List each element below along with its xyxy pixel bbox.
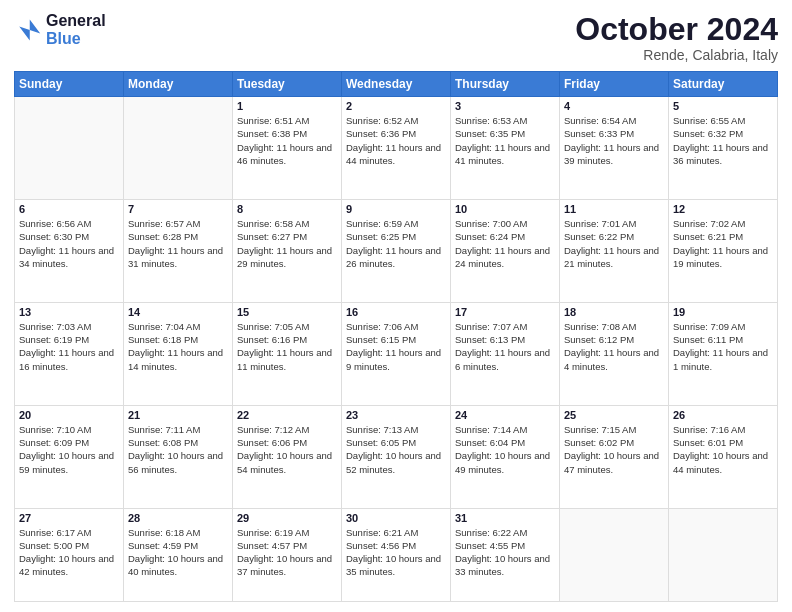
header-row: SundayMondayTuesdayWednesdayThursdayFrid… (15, 72, 778, 97)
day-number: 30 (346, 512, 446, 524)
calendar-cell: 28Sunrise: 6:18 AM Sunset: 4:59 PM Dayli… (124, 508, 233, 602)
day-info: Sunrise: 7:11 AM Sunset: 6:08 PM Dayligh… (128, 423, 228, 476)
calendar-cell: 18Sunrise: 7:08 AM Sunset: 6:12 PM Dayli… (560, 302, 669, 405)
day-number: 21 (128, 409, 228, 421)
calendar-table: SundayMondayTuesdayWednesdayThursdayFrid… (14, 71, 778, 602)
calendar-cell: 2Sunrise: 6:52 AM Sunset: 6:36 PM Daylig… (342, 97, 451, 200)
day-info: Sunrise: 6:56 AM Sunset: 6:30 PM Dayligh… (19, 217, 119, 270)
calendar-cell: 19Sunrise: 7:09 AM Sunset: 6:11 PM Dayli… (669, 302, 778, 405)
calendar-cell: 1Sunrise: 6:51 AM Sunset: 6:38 PM Daylig… (233, 97, 342, 200)
logo-blue: Blue (46, 30, 81, 47)
day-info: Sunrise: 6:57 AM Sunset: 6:28 PM Dayligh… (128, 217, 228, 270)
day-info: Sunrise: 7:09 AM Sunset: 6:11 PM Dayligh… (673, 320, 773, 373)
day-number: 23 (346, 409, 446, 421)
weekday-header-tuesday: Tuesday (233, 72, 342, 97)
day-number: 4 (564, 100, 664, 112)
day-info: Sunrise: 7:10 AM Sunset: 6:09 PM Dayligh… (19, 423, 119, 476)
day-info: Sunrise: 7:12 AM Sunset: 6:06 PM Dayligh… (237, 423, 337, 476)
day-info: Sunrise: 7:00 AM Sunset: 6:24 PM Dayligh… (455, 217, 555, 270)
calendar-cell: 21Sunrise: 7:11 AM Sunset: 6:08 PM Dayli… (124, 405, 233, 508)
day-number: 8 (237, 203, 337, 215)
calendar-cell: 10Sunrise: 7:00 AM Sunset: 6:24 PM Dayli… (451, 200, 560, 303)
calendar-cell: 22Sunrise: 7:12 AM Sunset: 6:06 PM Dayli… (233, 405, 342, 508)
day-number: 16 (346, 306, 446, 318)
calendar-cell (669, 508, 778, 602)
logo-text: General Blue (46, 12, 106, 47)
calendar-cell: 3Sunrise: 6:53 AM Sunset: 6:35 PM Daylig… (451, 97, 560, 200)
calendar-cell: 7Sunrise: 6:57 AM Sunset: 6:28 PM Daylig… (124, 200, 233, 303)
calendar-cell: 6Sunrise: 6:56 AM Sunset: 6:30 PM Daylig… (15, 200, 124, 303)
day-info: Sunrise: 6:54 AM Sunset: 6:33 PM Dayligh… (564, 114, 664, 167)
calendar-cell: 29Sunrise: 6:19 AM Sunset: 4:57 PM Dayli… (233, 508, 342, 602)
calendar-cell: 5Sunrise: 6:55 AM Sunset: 6:32 PM Daylig… (669, 97, 778, 200)
day-info: Sunrise: 7:06 AM Sunset: 6:15 PM Dayligh… (346, 320, 446, 373)
day-info: Sunrise: 7:15 AM Sunset: 6:02 PM Dayligh… (564, 423, 664, 476)
calendar-cell (15, 97, 124, 200)
day-number: 9 (346, 203, 446, 215)
day-info: Sunrise: 7:03 AM Sunset: 6:19 PM Dayligh… (19, 320, 119, 373)
day-info: Sunrise: 6:52 AM Sunset: 6:36 PM Dayligh… (346, 114, 446, 167)
calendar-cell (124, 97, 233, 200)
calendar-cell: 25Sunrise: 7:15 AM Sunset: 6:02 PM Dayli… (560, 405, 669, 508)
calendar-cell: 13Sunrise: 7:03 AM Sunset: 6:19 PM Dayli… (15, 302, 124, 405)
day-info: Sunrise: 7:01 AM Sunset: 6:22 PM Dayligh… (564, 217, 664, 270)
calendar-cell: 8Sunrise: 6:58 AM Sunset: 6:27 PM Daylig… (233, 200, 342, 303)
day-info: Sunrise: 6:22 AM Sunset: 4:55 PM Dayligh… (455, 526, 555, 579)
calendar-cell: 16Sunrise: 7:06 AM Sunset: 6:15 PM Dayli… (342, 302, 451, 405)
day-number: 2 (346, 100, 446, 112)
day-info: Sunrise: 7:07 AM Sunset: 6:13 PM Dayligh… (455, 320, 555, 373)
calendar-cell: 11Sunrise: 7:01 AM Sunset: 6:22 PM Dayli… (560, 200, 669, 303)
day-number: 1 (237, 100, 337, 112)
day-info: Sunrise: 6:51 AM Sunset: 6:38 PM Dayligh… (237, 114, 337, 167)
day-info: Sunrise: 6:53 AM Sunset: 6:35 PM Dayligh… (455, 114, 555, 167)
day-number: 10 (455, 203, 555, 215)
calendar-cell: 31Sunrise: 6:22 AM Sunset: 4:55 PM Dayli… (451, 508, 560, 602)
day-number: 7 (128, 203, 228, 215)
logo-general: General (46, 12, 106, 29)
day-number: 28 (128, 512, 228, 524)
day-number: 3 (455, 100, 555, 112)
day-number: 22 (237, 409, 337, 421)
calendar-cell: 30Sunrise: 6:21 AM Sunset: 4:56 PM Dayli… (342, 508, 451, 602)
weekday-header-wednesday: Wednesday (342, 72, 451, 97)
day-info: Sunrise: 7:05 AM Sunset: 6:16 PM Dayligh… (237, 320, 337, 373)
day-info: Sunrise: 6:18 AM Sunset: 4:59 PM Dayligh… (128, 526, 228, 579)
day-info: Sunrise: 6:17 AM Sunset: 5:00 PM Dayligh… (19, 526, 119, 579)
day-number: 25 (564, 409, 664, 421)
day-number: 27 (19, 512, 119, 524)
day-info: Sunrise: 7:13 AM Sunset: 6:05 PM Dayligh… (346, 423, 446, 476)
day-number: 14 (128, 306, 228, 318)
day-info: Sunrise: 6:59 AM Sunset: 6:25 PM Dayligh… (346, 217, 446, 270)
weekday-header-sunday: Sunday (15, 72, 124, 97)
day-number: 15 (237, 306, 337, 318)
calendar-cell: 26Sunrise: 7:16 AM Sunset: 6:01 PM Dayli… (669, 405, 778, 508)
calendar-cell: 12Sunrise: 7:02 AM Sunset: 6:21 PM Dayli… (669, 200, 778, 303)
weekday-header-friday: Friday (560, 72, 669, 97)
page-container: General Blue October 2024 Rende, Calabri… (0, 0, 792, 612)
logo: General Blue (14, 12, 106, 47)
day-number: 6 (19, 203, 119, 215)
calendar-cell: 27Sunrise: 6:17 AM Sunset: 5:00 PM Dayli… (15, 508, 124, 602)
header: General Blue October 2024 Rende, Calabri… (14, 12, 778, 63)
svg-marker-0 (19, 19, 40, 40)
day-number: 29 (237, 512, 337, 524)
calendar-cell: 9Sunrise: 6:59 AM Sunset: 6:25 PM Daylig… (342, 200, 451, 303)
day-info: Sunrise: 6:21 AM Sunset: 4:56 PM Dayligh… (346, 526, 446, 579)
day-info: Sunrise: 7:16 AM Sunset: 6:01 PM Dayligh… (673, 423, 773, 476)
weekday-header-saturday: Saturday (669, 72, 778, 97)
calendar-cell: 4Sunrise: 6:54 AM Sunset: 6:33 PM Daylig… (560, 97, 669, 200)
calendar-cell (560, 508, 669, 602)
day-info: Sunrise: 7:08 AM Sunset: 6:12 PM Dayligh… (564, 320, 664, 373)
day-number: 31 (455, 512, 555, 524)
day-number: 18 (564, 306, 664, 318)
day-info: Sunrise: 6:19 AM Sunset: 4:57 PM Dayligh… (237, 526, 337, 579)
title-block: October 2024 Rende, Calabria, Italy (575, 12, 778, 63)
day-number: 26 (673, 409, 773, 421)
location-subtitle: Rende, Calabria, Italy (575, 47, 778, 63)
calendar-cell: 17Sunrise: 7:07 AM Sunset: 6:13 PM Dayli… (451, 302, 560, 405)
day-number: 11 (564, 203, 664, 215)
calendar-cell: 23Sunrise: 7:13 AM Sunset: 6:05 PM Dayli… (342, 405, 451, 508)
day-info: Sunrise: 7:14 AM Sunset: 6:04 PM Dayligh… (455, 423, 555, 476)
day-info: Sunrise: 7:04 AM Sunset: 6:18 PM Dayligh… (128, 320, 228, 373)
calendar-cell: 24Sunrise: 7:14 AM Sunset: 6:04 PM Dayli… (451, 405, 560, 508)
